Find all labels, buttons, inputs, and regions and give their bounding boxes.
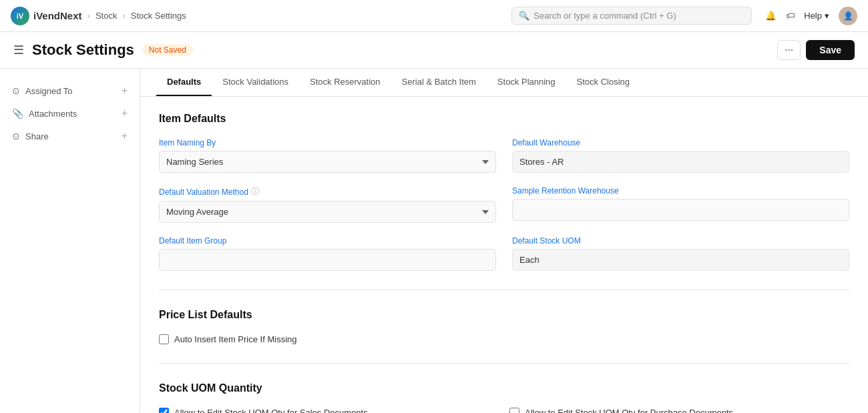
valuation-method-label: Default Valuation Method ⓘ bbox=[159, 186, 496, 197]
sample-retention-warehouse-label: Sample Retention Warehouse bbox=[512, 186, 849, 195]
stock-uom-quantity-title: Stock UOM Quantity bbox=[159, 382, 849, 394]
tab-defaults[interactable]: Defaults bbox=[156, 69, 212, 96]
default-item-group-group: Default Item Group bbox=[159, 236, 496, 271]
sidebar-label-assigned-to: Assigned To bbox=[25, 86, 73, 96]
search-placeholder: Search or type a command (Ctrl + G) bbox=[533, 11, 676, 21]
sidebar: ⊙ Assigned To + 📎 Attachments + ⊙ Share … bbox=[0, 69, 140, 413]
bell-icon: 🔔 bbox=[765, 11, 777, 21]
assigned-to-add-button[interactable]: + bbox=[122, 85, 128, 97]
topnav-actions: 🔔 🏷 Help ▾ 👤 bbox=[765, 7, 857, 25]
page-header: ☰ Stock Settings Not Saved ··· Save bbox=[0, 32, 868, 69]
tab-stock-reservation[interactable]: Stock Reservation bbox=[299, 69, 391, 96]
allow-edit-purchase-checkbox[interactable] bbox=[509, 408, 519, 413]
divider-1 bbox=[159, 290, 849, 290]
logo-icon: iV bbox=[11, 7, 29, 25]
search-bar[interactable]: 🔍 Search or type a command (Ctrl + G) bbox=[511, 7, 752, 25]
form-row-2: Default Valuation Method ⓘ Moving Averag… bbox=[159, 186, 849, 223]
auto-insert-price-label: Auto Insert Item Price If Missing bbox=[174, 334, 297, 344]
default-stock-uom-input[interactable] bbox=[512, 249, 849, 271]
notifications-button[interactable]: 🔔 bbox=[765, 11, 777, 21]
hamburger-button[interactable]: ☰ bbox=[13, 43, 24, 57]
top-nav: iV iVendNext › Stock › Stock Settings 🔍 … bbox=[0, 0, 868, 32]
attachments-add-button[interactable]: + bbox=[122, 107, 128, 119]
divider-2 bbox=[159, 363, 849, 364]
app-name: iVendNext bbox=[33, 10, 82, 21]
tab-stock-closing[interactable]: Stock Closing bbox=[566, 69, 640, 96]
header-actions: ··· Save bbox=[777, 40, 855, 60]
tabs-bar: Defaults Stock Validations Stock Reserva… bbox=[140, 69, 868, 97]
tab-stock-validations[interactable]: Stock Validations bbox=[212, 69, 299, 96]
valuation-method-select[interactable]: Moving Average FIFO LIFO bbox=[159, 201, 496, 223]
price-list-defaults-title: Price List Defaults bbox=[159, 309, 849, 321]
item-defaults-title: Item Defaults bbox=[159, 113, 849, 125]
allow-edit-purchase-label: Allow to Edit Stock UOM Qty for Purchase… bbox=[525, 408, 733, 413]
tab-serial-batch-item[interactable]: Serial & Batch Item bbox=[391, 69, 487, 96]
app-logo[interactable]: iV iVendNext bbox=[11, 7, 82, 25]
sidebar-item-share[interactable]: ⊙ Share + bbox=[8, 125, 132, 147]
allow-edit-purchase-row: Allow to Edit Stock UOM Qty for Purchase… bbox=[509, 408, 849, 413]
hamburger-icon: ☰ bbox=[13, 43, 24, 57]
valuation-help-icon: ⓘ bbox=[251, 186, 259, 197]
valuation-method-group: Default Valuation Method ⓘ Moving Averag… bbox=[159, 186, 496, 223]
item-naming-by-select[interactable]: Naming Series Item Code Set by User bbox=[159, 151, 496, 173]
form-row-1: Item Naming By Naming Series Item Code S… bbox=[159, 138, 849, 173]
sidebar-item-attachments[interactable]: 📎 Attachments + bbox=[8, 102, 132, 125]
help-button[interactable]: Help ▾ bbox=[804, 11, 829, 21]
default-warehouse-group: Default Warehouse bbox=[512, 138, 849, 173]
form-content: Item Defaults Item Naming By Naming Seri… bbox=[140, 97, 868, 413]
search-icon: 🔍 bbox=[519, 11, 529, 21]
default-warehouse-input[interactable] bbox=[512, 151, 849, 173]
share-add-button[interactable]: + bbox=[122, 130, 128, 142]
breadcrumb-page: Stock Settings bbox=[131, 11, 186, 21]
breadcrumb-sep-1: › bbox=[87, 11, 90, 21]
default-stock-uom-group: Default Stock UOM bbox=[512, 236, 849, 271]
stock-uom-quantity-section: Stock UOM Quantity Allow to Edit Stock U… bbox=[159, 382, 849, 413]
allow-edit-sales-row: Allow to Edit Stock UOM Qty for Sales Do… bbox=[159, 408, 499, 413]
assigned-to-icon: ⊙ bbox=[12, 85, 20, 96]
default-item-group-input[interactable] bbox=[159, 249, 496, 271]
more-options-button[interactable]: ··· bbox=[777, 40, 801, 60]
price-list-defaults-section: Price List Defaults Auto Insert Item Pri… bbox=[159, 309, 849, 344]
item-naming-by-group: Item Naming By Naming Series Item Code S… bbox=[159, 138, 496, 173]
form-row-3: Default Item Group Default Stock UOM bbox=[159, 236, 849, 271]
status-badge: Not Saved bbox=[142, 44, 193, 56]
sidebar-item-assigned-to[interactable]: ⊙ Assigned To + bbox=[8, 79, 132, 102]
page-title: Stock Settings bbox=[32, 41, 134, 59]
save-button[interactable]: Save bbox=[806, 40, 855, 60]
sidebar-label-attachments: Attachments bbox=[29, 109, 77, 119]
sidebar-label-share: Share bbox=[25, 131, 49, 141]
default-item-group-label: Default Item Group bbox=[159, 236, 496, 246]
content-area: Defaults Stock Validations Stock Reserva… bbox=[140, 69, 868, 413]
sample-retention-warehouse-input[interactable] bbox=[512, 199, 849, 221]
default-stock-uom-label: Default Stock UOM bbox=[512, 236, 849, 246]
breadcrumb-stock[interactable]: Stock bbox=[95, 11, 118, 21]
allow-edit-sales-label: Allow to Edit Stock UOM Qty for Sales Do… bbox=[174, 408, 368, 413]
avatar[interactable]: 👤 bbox=[839, 7, 857, 25]
tag-icon: 🏷 bbox=[786, 11, 795, 21]
item-defaults-section: Item Defaults Item Naming By Naming Seri… bbox=[159, 113, 849, 271]
default-warehouse-label: Default Warehouse bbox=[512, 138, 849, 147]
attachments-icon: 📎 bbox=[12, 108, 23, 119]
share-icon: ⊙ bbox=[12, 131, 20, 141]
auto-insert-price-row: Auto Insert Item Price If Missing bbox=[159, 334, 849, 344]
auto-insert-price-checkbox[interactable] bbox=[159, 334, 169, 344]
main-layout: ⊙ Assigned To + 📎 Attachments + ⊙ Share … bbox=[0, 69, 868, 413]
item-naming-by-label: Item Naming By bbox=[159, 138, 496, 147]
tab-stock-planning[interactable]: Stock Planning bbox=[487, 69, 566, 96]
help-label: Help bbox=[804, 11, 822, 21]
stock-uom-checkboxes: Allow to Edit Stock UOM Qty for Sales Do… bbox=[159, 408, 849, 413]
allow-edit-sales-checkbox[interactable] bbox=[159, 408, 169, 413]
sample-retention-warehouse-group: Sample Retention Warehouse bbox=[512, 186, 849, 223]
breadcrumb-sep-2: › bbox=[122, 11, 125, 21]
help-chevron-icon: ▾ bbox=[825, 11, 829, 21]
tags-button[interactable]: 🏷 bbox=[786, 11, 795, 21]
